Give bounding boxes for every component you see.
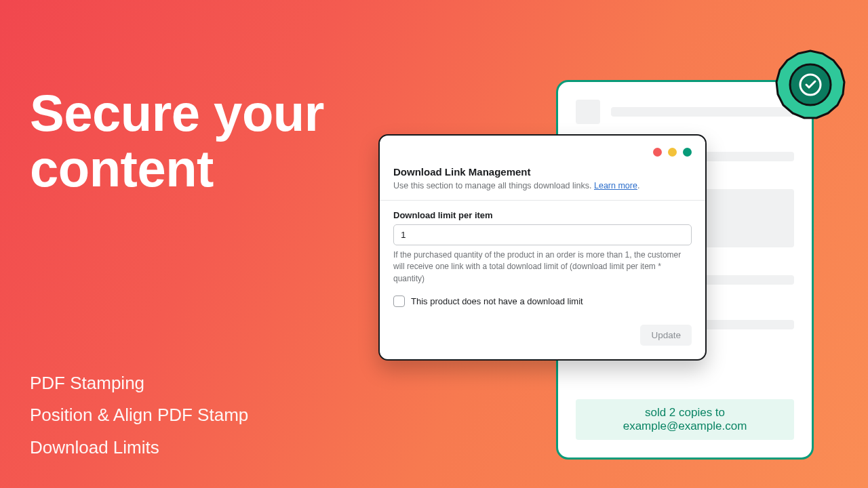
- headline-line-1: Secure your: [30, 85, 324, 141]
- headline: Secure your content: [30, 85, 324, 197]
- skeleton-line: [611, 107, 794, 117]
- window-minimize-icon[interactable]: [668, 148, 677, 157]
- feature-item: Download Limits: [30, 432, 248, 464]
- download-limit-help-text: If the purchased quantity of the product…: [393, 249, 692, 285]
- dialog-subtitle: Use this section to manage all things do…: [393, 181, 692, 190]
- dialog-subtitle-text: Use this section to manage all things do…: [393, 181, 594, 190]
- promo-stage: Secure your content PDF Stamping Positio…: [0, 0, 868, 488]
- sold-notification: sold 2 copies to example@example.com: [576, 399, 794, 440]
- dialog-footer: Update: [393, 325, 692, 346]
- no-limit-checkbox-label: This product does not have a download li…: [411, 296, 583, 306]
- download-link-management-dialog: Download Link Management Use this sectio…: [378, 134, 707, 361]
- no-limit-checkbox[interactable]: [393, 296, 405, 307]
- window-maximize-icon[interactable]: [683, 148, 692, 157]
- feature-list: PDF Stamping Position & Align PDF Stamp …: [30, 367, 248, 464]
- period: .: [637, 181, 639, 190]
- download-limit-input[interactable]: [393, 224, 692, 245]
- skeleton-square: [576, 100, 600, 124]
- verified-badge-icon: [774, 48, 847, 121]
- dialog-title: Download Link Management: [393, 166, 692, 178]
- feature-item: Position & Align PDF Stamp: [30, 399, 248, 431]
- feature-item: PDF Stamping: [30, 367, 248, 399]
- window-close-icon[interactable]: [653, 148, 662, 157]
- skeleton-row: [576, 100, 794, 124]
- download-limit-label: Download limit per item: [393, 210, 692, 220]
- no-limit-checkbox-row: This product does not have a download li…: [393, 296, 692, 307]
- divider: [380, 200, 705, 201]
- window-controls: [393, 148, 692, 157]
- update-button[interactable]: Update: [640, 325, 692, 346]
- headline-line-2: content: [30, 141, 324, 197]
- learn-more-link[interactable]: Learn more: [594, 181, 637, 190]
